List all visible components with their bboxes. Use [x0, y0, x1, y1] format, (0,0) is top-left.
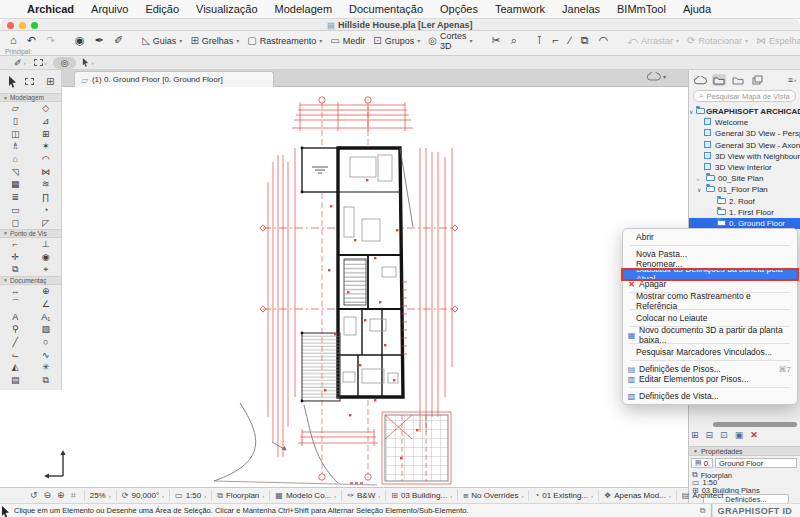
chevron-down-icon[interactable]: ∨	[697, 186, 701, 193]
context-menu-item-apagar[interactable]: ✕Apagar	[623, 279, 797, 289]
slab-tool[interactable]: ◇	[36, 103, 56, 113]
door-tool[interactable]: ◫	[5, 129, 25, 139]
pick-up-parameters-icon[interactable]: ◉	[71, 33, 89, 48]
label-tool[interactable]: A₁	[36, 312, 56, 322]
shell-tool[interactable]: ◠	[36, 154, 56, 164]
menu-item-modelagem[interactable]: Modelagem	[275, 3, 332, 15]
floor-plan-cut-plane-control[interactable]: ⧉Floorplan›	[211, 490, 269, 501]
level-dimension-tool[interactable]: ⊕	[36, 286, 56, 296]
graphisoft-id[interactable]: ⧉ | GRAPHISOFT ID	[700, 502, 792, 517]
floor-name-field[interactable]: Ground Floor	[715, 458, 797, 468]
context-menu-item-abrir[interactable]: Abrir	[623, 232, 797, 242]
menu-item-visualização[interactable]: Visualização	[196, 3, 258, 15]
menu-item-opções[interactable]: Opções	[440, 3, 478, 15]
line-tool[interactable]: ╱	[5, 337, 25, 347]
open-settings-icon[interactable]: ▣	[735, 430, 744, 440]
menu-item-bimmtool[interactable]: BIMmTool	[617, 3, 666, 15]
pen-set-control[interactable]: ✑B&W›	[341, 490, 385, 501]
menu-item-arquivo[interactable]: Arquivo	[91, 3, 128, 15]
text-tool[interactable]: A	[5, 312, 25, 322]
stair-tool[interactable]: ≣	[5, 192, 25, 202]
context-menu-item-editar-elementos-por-pisos[interactable]: ▥Editar Elementos por Pisos...	[623, 374, 797, 384]
mesh-tool[interactable]: ≋	[36, 179, 56, 189]
floor-number-field[interactable]: ▤ 0.	[691, 458, 713, 468]
menu-item-ajuda[interactable]: Ajuda	[683, 3, 711, 15]
groups-button[interactable]: ⊡Grupos▾	[370, 34, 423, 47]
layer-combination-control[interactable]: ⊞03 Building...›	[385, 490, 457, 501]
dimension-tool[interactable]: ↔	[5, 286, 25, 296]
morph-tool[interactable]: ⋈	[36, 167, 56, 177]
zone-tool[interactable]: ▭	[5, 205, 25, 215]
context-menu-item-defini-es-de-vista[interactable]: ▧Definições de Vista...	[623, 391, 797, 401]
zoom-in-icon[interactable]: ⊕	[57, 490, 65, 501]
menu-item-documentação[interactable]: Documentação	[349, 3, 423, 15]
layout-book-icon[interactable]	[731, 74, 745, 86]
view-map-icon[interactable]	[712, 74, 726, 86]
tree-item-graphisoft-archicad-sample-project-h[interactable]: ∨GRAPHISOFT ARCHICAD Sample Project - H	[689, 106, 800, 117]
scale-control[interactable]: ▭1:50›	[169, 490, 211, 501]
marquee-tool-icon[interactable]	[25, 78, 34, 85]
graphic-override-control[interactable]: ⧈No Overrides›	[457, 490, 528, 501]
toolbox-grid-icon[interactable]: ⊞	[46, 76, 54, 87]
element-settings-chooser[interactable]: ›	[32, 57, 49, 69]
context-menu-item-mostrar-como-rastreamento-e-refer-ncia[interactable]: Mostrar como Rastreamento e Referência	[623, 296, 797, 306]
fillet-icon[interactable]: ◠	[595, 33, 613, 48]
object-tool[interactable]: ♗	[5, 141, 25, 151]
tree-item-general-3d-view-perspective[interactable]: General 3D View - Perspective	[689, 128, 800, 139]
spline-tool[interactable]: ∿	[36, 350, 56, 360]
context-menu-item-novo-documento-3d-a-partir-da-planta-baixa[interactable]: ▦Novo documento 3D a partir da planta ba…	[623, 330, 797, 340]
palette-section-documentaç[interactable]: ▼Documentaç	[0, 276, 61, 285]
find-select-icon[interactable]: ⌕	[507, 33, 521, 48]
angle-dimension-tool[interactable]: ∠	[36, 299, 56, 309]
column-capital-tool[interactable]: ◻	[5, 218, 25, 228]
tab-options-cloud[interactable]: ▾	[647, 72, 666, 81]
3d-cutaway-button[interactable]: ◎Cortes 3D▾	[425, 30, 475, 52]
circle-tool[interactable]: ○	[36, 337, 56, 347]
delete-icon[interactable]: ✕	[750, 430, 758, 440]
drawing-tool[interactable]: ⧉	[36, 375, 56, 386]
beam-tool[interactable]: ⊿	[36, 116, 56, 126]
trim-icon[interactable]: ⌐	[549, 33, 563, 48]
railing-tool[interactable]: ∏	[36, 192, 56, 202]
column-tool[interactable]: ▯	[5, 116, 25, 126]
save-current-view-icon[interactable]: ⊡	[720, 430, 728, 440]
fill-tool[interactable]: ▨	[36, 324, 56, 334]
publisher-icon[interactable]	[750, 74, 764, 86]
navigator-menu-icon[interactable]: ≡›	[788, 75, 796, 85]
skylight-tool[interactable]: ◹	[5, 167, 25, 177]
default-settings-toggle[interactable]: ◎	[53, 57, 77, 69]
tree-item-3d-view-interior[interactable]: 3D View Interior	[689, 162, 800, 173]
adjust-icon[interactable]: ⊺	[533, 33, 547, 48]
tree-item-01-floor-plan[interactable]: ∨01_Floor Plan	[689, 184, 800, 195]
home-icon[interactable]: ⌂	[6, 33, 21, 48]
arrow-tool-icon[interactable]	[8, 76, 17, 88]
pin-tool[interactable]: ⚲	[5, 324, 25, 334]
curtain-wall-tool[interactable]: ▦	[5, 179, 25, 189]
zoom-out-icon[interactable]: ⊖	[44, 490, 52, 501]
arrow-tool-options[interactable]: ›	[80, 57, 95, 69]
tab-ground-floor[interactable]: ▱ (1) 0. Ground Floor [0. Ground Floor]	[74, 71, 274, 87]
search-view-map[interactable]: ⌕ Pesquisar Mapa de Vista	[693, 90, 796, 102]
opening-tool[interactable]: ◔	[36, 205, 56, 215]
camera-tool[interactable]: ⌖	[36, 264, 56, 275]
context-menu-item-nova-pasta[interactable]: Nova Pasta...	[623, 249, 797, 259]
renovation-filter-control[interactable]: ◔01 Existing...›	[528, 490, 598, 501]
wall-tool[interactable]: ▱	[5, 103, 25, 113]
roof-tool[interactable]: ⌂	[5, 154, 25, 164]
palette-section-ponto-de-vis[interactable]: ▼Ponto de Vis	[0, 229, 61, 238]
guides-button[interactable]: ◺Guias▾	[139, 34, 185, 47]
tree-item-3d-view-with-neighbourhood[interactable]: 3D View with Neighbourhood	[689, 151, 800, 162]
figure-tool[interactable]: ▤	[5, 375, 25, 385]
new-folder-icon[interactable]: ⊞	[691, 430, 699, 440]
tree-item-2-roof[interactable]: 2. Roof	[689, 196, 800, 207]
scissors-icon[interactable]: ✂	[487, 33, 504, 48]
context-menu-item-substituir-as-defini-es-da-janela-pela-atual[interactable]: Substituir as Definições da Janela pela …	[623, 269, 797, 279]
orientation-control[interactable]: ⟳90,000°›	[116, 490, 169, 501]
partial-structure-display-control[interactable]: ❖Apenas Mod...›	[598, 490, 676, 501]
eyedropper-icon[interactable]: ✐	[110, 33, 127, 48]
drag-button[interactable]: ⤺Arrastar▾	[624, 34, 682, 48]
section-tool[interactable]: ⌐	[5, 239, 25, 249]
elevation-tool[interactable]: ⊥	[36, 239, 56, 249]
context-menu-item-colocar-no-leiaute[interactable]: Colocar no Leiaute	[623, 313, 797, 323]
palette-section-modelagem[interactable]: ▼Modelagem	[0, 93, 61, 102]
